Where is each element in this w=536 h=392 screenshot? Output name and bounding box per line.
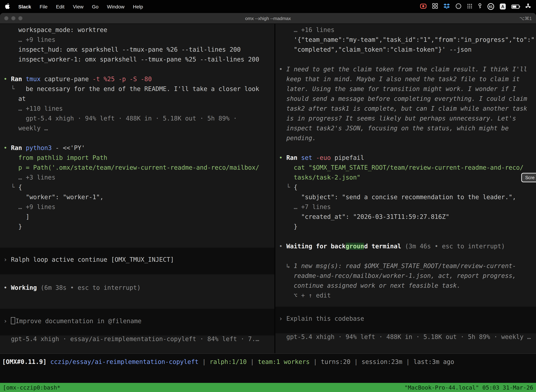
blank-line	[275, 252, 536, 262]
prompt-band[interactable]: › Ralph loop active continue [OMX_TMUX_I…	[0, 248, 274, 274]
circle-app-icon[interactable]	[455, 3, 461, 10]
terminal-line: inspect task2's JSON, focusing on the st…	[275, 125, 536, 135]
terminal-line: └ {	[275, 184, 536, 194]
terminal-line: continue assigned work or next feasible …	[275, 282, 536, 292]
menu-items: FileEditViewGoWindowHelp	[40, 4, 143, 9]
terminal-line: ↳ 1 new msg(s): read $OMX_TEAM_STATE_ROO…	[275, 262, 536, 272]
terminal-line: keep that in mind. Maybe I also need the…	[275, 75, 536, 85]
battery-percent-badge[interactable]: 61	[488, 3, 494, 10]
menu-file[interactable]: File	[40, 4, 48, 9]
terminal-line: • Ran set -euo pipefail	[275, 154, 536, 164]
blank-line	[0, 135, 274, 144]
omx-status-line: [OMX#0.11.9] cczip/essay/ai-reimplementa…	[0, 358, 536, 368]
input-source-icon[interactable]: A	[500, 4, 506, 9]
terminal-line: }	[275, 223, 536, 233]
terminal-line: is in progress? It seems likely but perh…	[275, 115, 536, 125]
battery-percent-value: 61	[489, 5, 493, 8]
menu-bar: Slack FileEditViewGoWindowHelp	[0, 0, 536, 13]
terminal-line: › Improve documentation in @filename	[0, 317, 274, 327]
menu-help[interactable]: Help	[133, 4, 143, 9]
app-menu-slack[interactable]: Slack	[18, 4, 31, 9]
dropbox-icon[interactable]	[444, 3, 450, 10]
zoom-button[interactable]	[18, 16, 23, 20]
fan-icon[interactable]	[525, 3, 531, 10]
terminal-line: p = Path('.omx/state/team/review-current…	[0, 164, 274, 174]
prompt-band[interactable]: › Explain this codebase	[275, 307, 536, 333]
terminal-line: pending.	[275, 135, 536, 144]
terminal-line: inspect_worker-1: omx sparkshell --tmux-…	[0, 56, 274, 66]
omx-footer-area: [OMX#0.11.9] cczip/essay/ai-reimplementa…	[0, 354, 536, 383]
terminal-line: … +3 lines	[0, 174, 274, 184]
terminal-line: └ {	[0, 184, 274, 194]
terminal-line: └ be necessary for the end of the README…	[0, 85, 274, 95]
blank-line	[275, 144, 536, 154]
left-terminal-pane[interactable]: workspace_mode: worktree … +9 lines insp…	[0, 24, 274, 353]
menu-window[interactable]: Window	[107, 4, 124, 9]
terminal-line: "worker": "worker-1",	[0, 194, 274, 203]
blank-line	[275, 233, 536, 243]
terminal-line: ]	[0, 213, 274, 223]
terminal-line: readme-and-reco/mailbox/worker-1.json, a…	[275, 272, 536, 282]
tmux-host-time: "MacBook-Pro-44.local" 05:03 31-Mar-26	[404, 384, 533, 391]
menu-view[interactable]: View	[73, 4, 84, 9]
apple-menu-icon[interactable]	[5, 3, 10, 10]
blank-line	[0, 294, 274, 304]
terminal-line: weekly …	[0, 125, 274, 135]
blank-line	[0, 274, 274, 284]
terminal-line: "subject": "send a concise recommendatio…	[275, 194, 536, 203]
screenshot-notification[interactable]: Scre	[522, 173, 536, 182]
terminal-line: gpt-5.4 xhigh · essay/ai-reimplementatio…	[0, 336, 274, 345]
terminal-line: '{"team_name":"my-team","task_id":"1","f…	[275, 36, 536, 46]
blank-line	[0, 233, 274, 243]
close-button[interactable]	[4, 16, 9, 20]
prompt-band[interactable]: › Improve documentation in @filename	[0, 309, 274, 336]
terminal-line: at	[0, 95, 274, 105]
window-title: omx --xhigh --madmax	[0, 16, 536, 21]
terminal-line: }	[0, 223, 274, 233]
terminal-line: tasks/task-2.json"	[275, 174, 536, 184]
tmux-status-bar: [omx-cczip0:bash* "MacBook-Pro-44.local"…	[0, 383, 536, 392]
battery-icon[interactable]	[511, 5, 519, 9]
terminal-line: • Waiting for background terminal (3m 46…	[275, 243, 536, 252]
menu-bar-status-icons: 61 A	[420, 3, 531, 10]
grid-icon[interactable]	[432, 3, 438, 10]
terminal-line: … +7 lines	[275, 203, 536, 213]
menu-go[interactable]: Go	[92, 4, 98, 9]
terminal-line: … +110 lines	[0, 105, 274, 115]
blank-line	[0, 66, 274, 75]
terminal-line: … +9 lines	[0, 36, 274, 46]
battery-level	[512, 5, 516, 8]
terminal-line: › Explain this codebase	[275, 315, 536, 325]
terminal-line: inspect_hud: omx sparkshell --tmux-pane …	[0, 46, 274, 56]
tmux-panes: workspace_mode: worktree … +9 lines insp…	[0, 24, 536, 354]
terminal-line: "created_at": "2026-03-31T11:59:27.816Z"	[275, 213, 536, 223]
right-terminal-pane[interactable]: … +16 lines '{"team_name":"my-team","tas…	[275, 24, 536, 353]
terminal-line: • Ran tmux capture-pane -t %25 -p -S -80	[0, 75, 274, 85]
tmux-session-label: [omx-cczip0:bash*	[3, 384, 61, 391]
terminal-line: ⌥ + ↑ edit	[275, 292, 536, 302]
terminal-line: … +9 lines	[0, 203, 274, 213]
blank-line	[275, 56, 536, 66]
terminal-line: gpt-5.4 xhigh · 94% left · 488K in · 5.1…	[275, 333, 536, 343]
terminal-line: › Ralph loop active continue [OMX_TMUX_I…	[0, 256, 274, 266]
traffic-lights	[4, 16, 23, 20]
window-titlebar[interactable]: omx --xhigh --madmax ⌥⌘1	[0, 13, 536, 24]
terminal-line: "completed","claim_token":"claim-token"}…	[275, 46, 536, 56]
terminal-line: gpt-5.4 xhigh · 94% left · 488K in · 5.1…	[0, 115, 274, 125]
screen-recording-icon[interactable]	[420, 3, 427, 10]
menu-edit[interactable]: Edit	[56, 4, 64, 9]
minimize-button[interactable]	[11, 16, 15, 20]
key-icon[interactable]	[478, 3, 482, 10]
terminal-line: from pathlib import Path	[0, 154, 274, 164]
desktop: Slack FileEditViewGoWindowHelp	[0, 0, 536, 392]
apps-grid-icon[interactable]	[467, 3, 472, 10]
terminal-line: • I need to get the claim token from the…	[275, 66, 536, 75]
terminal-line: workspace_mode: worktree	[0, 26, 274, 36]
terminal-line: should send a message before completing …	[275, 95, 536, 105]
terminal-line: task2 after task1 is complete, but can I…	[275, 105, 536, 115]
terminal-line: • Working (6m 38s • esc to interrupt)	[0, 284, 274, 294]
window-shortcut: ⌥⌘1	[519, 16, 532, 21]
terminal-line: … +16 lines	[275, 26, 536, 36]
terminal-cursor	[11, 317, 15, 324]
terminal-line: later. Using the same for transition mig…	[275, 85, 536, 95]
